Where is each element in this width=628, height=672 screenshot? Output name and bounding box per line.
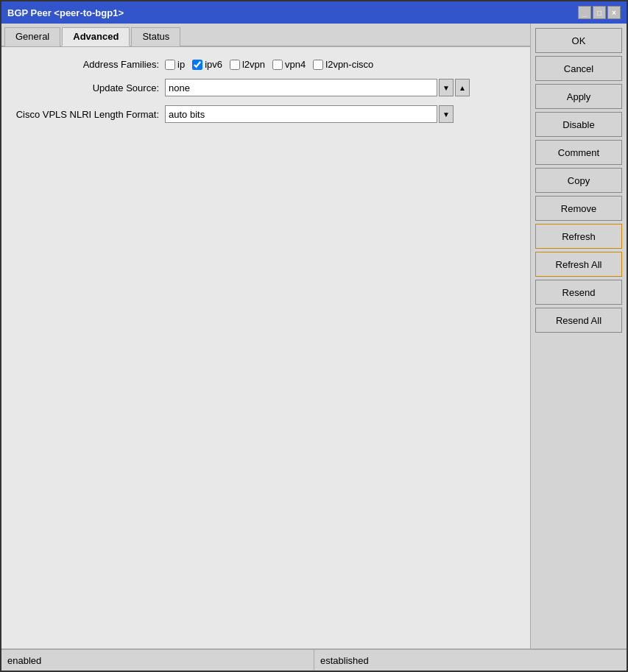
checkbox-item-l2vpn-cisco: l2vpn-cisco: [313, 59, 373, 70]
main-window: BGP Peer <peer-to-bgp1> _ □ × General Ad…: [0, 0, 628, 672]
copy-button[interactable]: Copy: [535, 168, 622, 193]
cisco-vpls-wrapper: auto bits ▼: [165, 105, 454, 123]
checkbox-l2vpn-label: l2vpn: [242, 59, 265, 70]
sidebar: OK Cancel Apply Disable Comment Copy Rem…: [531, 24, 627, 648]
resend-button[interactable]: Resend: [535, 280, 622, 305]
cisco-vpls-select[interactable]: auto bits: [165, 105, 437, 123]
disable-button[interactable]: Disable: [535, 112, 622, 137]
address-families-row: Address Families: ip ipv6 l2vpn: [10, 59, 521, 70]
address-families-label: Address Families:: [10, 59, 165, 70]
checkbox-item-ipv6: ipv6: [192, 59, 222, 70]
checkbox-ip-label: ip: [177, 59, 185, 70]
maximize-button[interactable]: □: [593, 6, 606, 19]
refresh-all-button[interactable]: Refresh All: [535, 252, 622, 277]
window-title: BGP Peer <peer-to-bgp1>: [7, 7, 124, 18]
checkbox-l2vpn[interactable]: [230, 60, 240, 70]
address-families-checkboxes: ip ipv6 l2vpn vpn4: [165, 59, 373, 70]
checkbox-ip[interactable]: [165, 60, 175, 70]
checkbox-vpn4[interactable]: [272, 60, 283, 70]
status-enabled: enabled: [1, 650, 314, 671]
update-source-select[interactable]: none: [165, 79, 437, 96]
tab-status[interactable]: Status: [131, 27, 180, 46]
update-source-label: Update Source:: [10, 82, 165, 93]
checkbox-l2vpn-cisco-label: l2vpn-cisco: [325, 59, 373, 70]
title-bar: BGP Peer <peer-to-bgp1> _ □ ×: [1, 1, 627, 24]
apply-button[interactable]: Apply: [535, 84, 622, 109]
checkbox-item-vpn4: vpn4: [272, 59, 306, 70]
comment-button[interactable]: Comment: [535, 140, 622, 165]
update-source-dropdown-arrow[interactable]: ▼: [439, 79, 454, 96]
cisco-vpls-label: Cisco VPLS NLRI Length Format:: [10, 109, 165, 120]
ok-button[interactable]: OK: [535, 28, 622, 53]
close-button[interactable]: ×: [607, 6, 621, 19]
checkbox-l2vpn-cisco[interactable]: [313, 60, 323, 70]
checkbox-ipv6-label: ipv6: [205, 59, 222, 70]
cisco-vpls-dropdown-arrow[interactable]: ▼: [439, 105, 454, 123]
refresh-button[interactable]: Refresh: [535, 224, 622, 249]
main-panel: General Advanced Status Address Families…: [1, 24, 531, 648]
status-established: established: [314, 650, 627, 671]
update-source-wrapper: none ▼ ▲: [165, 79, 470, 96]
tab-bar: General Advanced Status: [1, 24, 530, 47]
update-source-row: Update Source: none ▼ ▲: [10, 79, 521, 96]
minimize-button[interactable]: _: [578, 6, 591, 19]
tab-advanced[interactable]: Advanced: [62, 27, 130, 46]
title-bar-buttons: _ □ ×: [578, 6, 621, 19]
form-area: Address Families: ip ipv6 l2vpn: [1, 47, 530, 648]
status-bar: enabled established: [1, 648, 627, 671]
tab-general[interactable]: General: [4, 27, 60, 46]
checkbox-vpn4-label: vpn4: [285, 59, 306, 70]
remove-button[interactable]: Remove: [535, 196, 622, 221]
checkbox-item-ip: ip: [165, 59, 185, 70]
cisco-vpls-row: Cisco VPLS NLRI Length Format: auto bits…: [10, 105, 521, 123]
resend-all-button[interactable]: Resend All: [535, 308, 622, 333]
content-area: General Advanced Status Address Families…: [1, 24, 627, 648]
update-source-up-arrow[interactable]: ▲: [455, 79, 470, 96]
cancel-button[interactable]: Cancel: [535, 56, 622, 81]
checkbox-item-l2vpn: l2vpn: [230, 59, 265, 70]
checkbox-ipv6[interactable]: [192, 60, 202, 70]
